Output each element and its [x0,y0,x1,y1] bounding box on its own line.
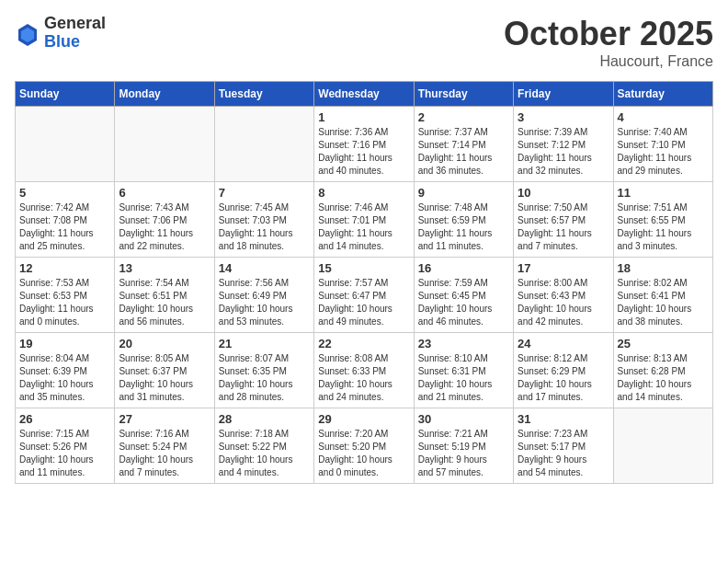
day-number: 17 [518,261,609,275]
day-info: Sunrise: 7:42 AM Sunset: 7:08 PM Dayligh… [19,201,110,253]
day-info: Sunrise: 7:48 AM Sunset: 6:59 PM Dayligh… [418,201,509,253]
day-info: Sunrise: 7:40 AM Sunset: 7:10 PM Dayligh… [618,126,709,178]
logo-general-label: General [44,15,106,33]
calendar-header-cell: Thursday [414,82,513,107]
calendar-cell: 4Sunrise: 7:40 AM Sunset: 7:10 PM Daylig… [613,107,712,182]
day-number: 8 [318,186,409,200]
calendar-cell: 24Sunrise: 8:12 AM Sunset: 6:29 PM Dayli… [514,333,613,408]
day-info: Sunrise: 8:07 AM Sunset: 6:35 PM Dayligh… [219,352,310,404]
day-number: 22 [318,337,409,350]
day-number: 3 [518,110,609,124]
calendar-header-row: SundayMondayTuesdayWednesdayThursdayFrid… [16,82,713,107]
calendar-week-row: 5Sunrise: 7:42 AM Sunset: 7:08 PM Daylig… [16,182,713,258]
calendar-header-cell: Saturday [613,82,712,107]
calendar-cell: 25Sunrise: 8:13 AM Sunset: 6:28 PM Dayli… [613,333,712,408]
day-info: Sunrise: 7:36 AM Sunset: 7:16 PM Dayligh… [318,126,409,178]
day-number: 26 [19,412,110,426]
calendar-cell: 2Sunrise: 7:37 AM Sunset: 7:14 PM Daylig… [414,107,513,182]
calendar-cell: 13Sunrise: 7:54 AM Sunset: 6:51 PM Dayli… [115,258,214,333]
day-number: 1 [318,110,409,124]
calendar-cell [16,107,115,182]
calendar-cell [115,107,214,182]
calendar: SundayMondayTuesdayWednesdayThursdayFrid… [15,81,713,484]
calendar-cell: 20Sunrise: 8:05 AM Sunset: 6:37 PM Dayli… [115,333,214,408]
day-info: Sunrise: 8:10 AM Sunset: 6:31 PM Dayligh… [418,352,509,404]
day-info: Sunrise: 7:39 AM Sunset: 7:12 PM Dayligh… [518,126,609,178]
day-number: 6 [119,186,210,200]
calendar-cell: 9Sunrise: 7:48 AM Sunset: 6:59 PM Daylig… [414,182,513,258]
day-number: 11 [618,186,709,200]
day-number: 30 [418,412,509,426]
calendar-week-row: 1Sunrise: 7:36 AM Sunset: 7:16 PM Daylig… [16,107,713,182]
calendar-cell: 21Sunrise: 8:07 AM Sunset: 6:35 PM Dayli… [214,333,313,408]
day-info: Sunrise: 7:59 AM Sunset: 6:45 PM Dayligh… [418,277,509,328]
day-number: 20 [119,337,210,350]
day-number: 23 [418,337,509,350]
calendar-week-row: 12Sunrise: 7:53 AM Sunset: 6:53 PM Dayli… [16,258,713,333]
calendar-cell: 1Sunrise: 7:36 AM Sunset: 7:16 PM Daylig… [314,107,414,182]
day-info: Sunrise: 8:02 AM Sunset: 6:41 PM Dayligh… [618,277,709,328]
day-info: Sunrise: 7:50 AM Sunset: 6:57 PM Dayligh… [518,201,609,253]
day-info: Sunrise: 7:56 AM Sunset: 6:49 PM Dayligh… [219,277,310,328]
calendar-cell: 22Sunrise: 8:08 AM Sunset: 6:33 PM Dayli… [314,333,414,408]
day-number: 2 [418,110,509,124]
day-number: 28 [219,412,310,426]
day-info: Sunrise: 7:57 AM Sunset: 6:47 PM Dayligh… [318,277,409,328]
calendar-cell: 18Sunrise: 8:02 AM Sunset: 6:41 PM Dayli… [613,258,712,333]
calendar-week-row: 26Sunrise: 7:15 AM Sunset: 5:26 PM Dayli… [16,408,713,484]
logo: General Blue [15,15,106,52]
day-info: Sunrise: 8:12 AM Sunset: 6:29 PM Dayligh… [518,352,609,404]
day-number: 9 [418,186,509,200]
calendar-header-cell: Friday [514,82,613,107]
calendar-cell: 8Sunrise: 7:46 AM Sunset: 7:01 PM Daylig… [314,182,414,258]
day-number: 4 [618,110,709,124]
calendar-header-cell: Monday [115,82,214,107]
day-info: Sunrise: 8:04 AM Sunset: 6:39 PM Dayligh… [19,352,110,404]
day-info: Sunrise: 7:15 AM Sunset: 5:26 PM Dayligh… [19,428,110,479]
day-info: Sunrise: 7:21 AM Sunset: 5:19 PM Dayligh… [418,428,509,479]
day-info: Sunrise: 7:51 AM Sunset: 6:55 PM Dayligh… [618,201,709,253]
day-info: Sunrise: 7:43 AM Sunset: 7:06 PM Dayligh… [119,201,210,253]
day-number: 13 [119,261,210,275]
calendar-cell [214,107,313,182]
day-number: 14 [219,261,310,275]
calendar-cell: 30Sunrise: 7:21 AM Sunset: 5:19 PM Dayli… [414,408,513,484]
day-info: Sunrise: 7:37 AM Sunset: 7:14 PM Dayligh… [418,126,509,178]
calendar-header-cell: Wednesday [314,82,414,107]
day-info: Sunrise: 8:13 AM Sunset: 6:28 PM Dayligh… [618,352,709,404]
calendar-cell: 5Sunrise: 7:42 AM Sunset: 7:08 PM Daylig… [16,182,115,258]
calendar-cell: 26Sunrise: 7:15 AM Sunset: 5:26 PM Dayli… [16,408,115,484]
calendar-cell: 6Sunrise: 7:43 AM Sunset: 7:06 PM Daylig… [115,182,214,258]
day-info: Sunrise: 7:53 AM Sunset: 6:53 PM Dayligh… [19,277,110,328]
header: General Blue October 2025 Haucourt, Fran… [15,15,713,70]
month-title: October 2025 [504,15,713,53]
calendar-cell: 31Sunrise: 7:23 AM Sunset: 5:17 PM Dayli… [514,408,613,484]
day-number: 21 [219,337,310,350]
day-number: 19 [19,337,110,350]
title-area: October 2025 Haucourt, France [504,15,713,70]
calendar-cell [613,408,712,484]
day-number: 24 [518,337,609,350]
calendar-header-cell: Tuesday [214,82,313,107]
day-number: 10 [518,186,609,200]
day-info: Sunrise: 8:05 AM Sunset: 6:37 PM Dayligh… [119,352,210,404]
day-number: 27 [119,412,210,426]
day-number: 16 [418,261,509,275]
calendar-cell: 19Sunrise: 8:04 AM Sunset: 6:39 PM Dayli… [16,333,115,408]
calendar-cell: 14Sunrise: 7:56 AM Sunset: 6:49 PM Dayli… [214,258,313,333]
calendar-week-row: 19Sunrise: 8:04 AM Sunset: 6:39 PM Dayli… [16,333,713,408]
calendar-header-cell: Sunday [16,82,115,107]
day-info: Sunrise: 7:23 AM Sunset: 5:17 PM Dayligh… [518,428,609,479]
logo-icon [15,20,40,46]
day-number: 5 [19,186,110,200]
location-title: Haucourt, France [504,53,713,70]
calendar-cell: 16Sunrise: 7:59 AM Sunset: 6:45 PM Dayli… [414,258,513,333]
day-info: Sunrise: 7:16 AM Sunset: 5:24 PM Dayligh… [119,428,210,479]
logo-text: General Blue [44,15,106,52]
day-info: Sunrise: 7:45 AM Sunset: 7:03 PM Dayligh… [219,201,310,253]
day-number: 25 [618,337,709,350]
calendar-cell: 7Sunrise: 7:45 AM Sunset: 7:03 PM Daylig… [214,182,313,258]
calendar-cell: 10Sunrise: 7:50 AM Sunset: 6:57 PM Dayli… [514,182,613,258]
calendar-cell: 27Sunrise: 7:16 AM Sunset: 5:24 PM Dayli… [115,408,214,484]
day-info: Sunrise: 7:18 AM Sunset: 5:22 PM Dayligh… [219,428,310,479]
